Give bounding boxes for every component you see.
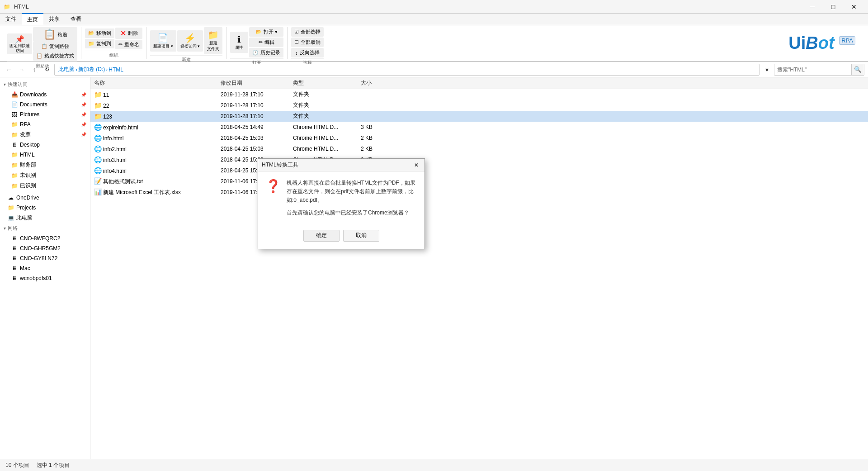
dialog-titlebar: HTML转换工具 ✕ xyxy=(258,159,425,171)
dialog-body: ❓ 机器人将直接在后台批量转换HTML文件为PDF，如果存在重名文件，则会在pd… xyxy=(258,171,425,249)
dialog-overlay xyxy=(0,0,868,471)
dialog-cancel-button[interactable]: 取消 xyxy=(343,230,379,242)
dialog-question-icon: ❓ xyxy=(265,179,281,194)
dialog-confirm-button[interactable]: 确定 xyxy=(303,230,340,242)
dialog-title: HTML转换工具 xyxy=(262,161,412,169)
dialog-close-button[interactable]: ✕ xyxy=(412,161,421,170)
dialog-html-converter: HTML转换工具 ✕ ❓ 机器人将直接在后台批量转换HTML文件为PDF，如果存… xyxy=(258,158,425,249)
dialog-content: ❓ 机器人将直接在后台批量转换HTML文件为PDF，如果存在重名文件，则会在pd… xyxy=(265,179,417,221)
dialog-buttons: 确定 取消 xyxy=(265,228,417,242)
dialog-message1: 机器人将直接在后台批量转换HTML文件为PDF，如果存在重名文件，则会在pdf文… xyxy=(287,179,417,205)
dialog-text: 机器人将直接在后台批量转换HTML文件为PDF，如果存在重名文件，则会在pdf文… xyxy=(287,179,417,221)
dialog-message2: 首先请确认您的电脑中已经安装了Chrome浏览器？ xyxy=(287,209,417,217)
